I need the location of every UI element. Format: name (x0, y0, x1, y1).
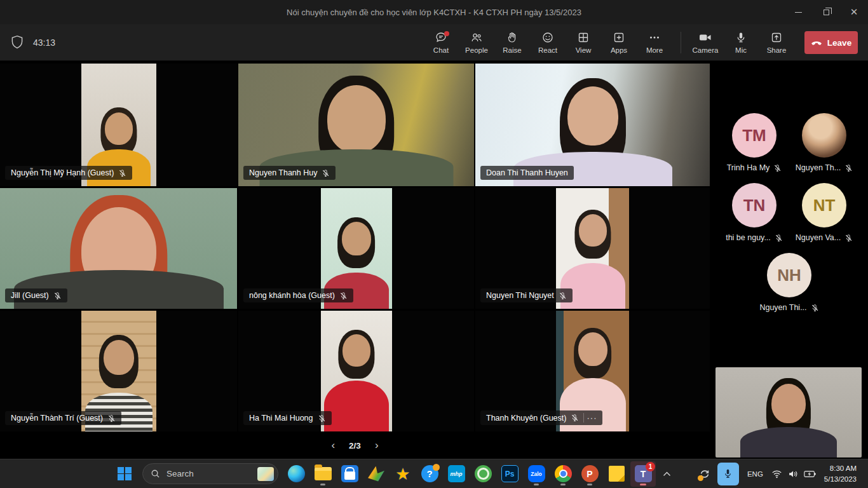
apps-button[interactable]: Apps (601, 24, 637, 61)
rail-participant-nguyen-thi[interactable]: NH Nguyen Thi... (750, 253, 829, 312)
rail-participant-nguyen-th[interactable]: Nguyen Th... (785, 113, 864, 172)
more-button[interactable]: More (637, 24, 672, 61)
language-indicator[interactable]: ENG (742, 470, 768, 478)
previous-page-button[interactable]: ‹ (331, 439, 335, 452)
clock-time: 8:30 AM (824, 463, 857, 474)
toolbar-divider (681, 32, 681, 53)
hp-icon: mhp (448, 465, 465, 482)
avatar-photo (802, 113, 846, 158)
raise-label: Raise (503, 46, 521, 54)
page-indicator: 2/3 (349, 441, 361, 451)
react-icon (541, 31, 554, 44)
taskbar-zalo[interactable]: Zalo (524, 461, 549, 487)
rail-participant-nguyen-va[interactable]: NT Nguyen Va... (785, 183, 864, 242)
participant-name-label: Nguyễn Thị Mỹ Hạnh (Guest) (5, 166, 132, 180)
battery-indicator[interactable] (803, 463, 818, 485)
taskbar-sticky-notes[interactable] (604, 461, 629, 487)
window-title: Nói chuyện chuyên đề cho học viên lớp K4… (287, 8, 581, 17)
react-button[interactable]: React (530, 24, 566, 61)
restore-button[interactable] (812, 0, 840, 24)
volume-indicator[interactable] (786, 463, 801, 485)
mic-off-icon (844, 164, 853, 172)
taskbar-help-app[interactable]: ? (417, 461, 442, 487)
rail-participant-trinh-ha-my[interactable]: TM Trinh Ha My (715, 113, 794, 172)
raise-hand-button[interactable]: Raise (494, 24, 530, 61)
meeting-mic-indicator[interactable] (717, 463, 739, 485)
video-tile-nguyen-thi-nguyet[interactable]: Nguyen Thi Nguyet (475, 188, 710, 309)
participant-name-label: Nguyen Thi Nguyet (480, 288, 573, 302)
people-button[interactable]: People (459, 24, 494, 61)
leave-button[interactable]: Leave (804, 31, 858, 54)
search-input[interactable] (166, 469, 251, 478)
edge-icon (288, 465, 305, 482)
wifi-icon (771, 470, 782, 478)
meeting-info: 43:13 (10, 24, 55, 61)
search-highlight-art[interactable] (257, 467, 274, 481)
taskbar-edge[interactable] (283, 461, 309, 487)
view-button[interactable]: View (566, 24, 601, 61)
mic-off-icon (571, 414, 579, 422)
people-icon (470, 31, 483, 44)
mic-label: Mic (735, 46, 747, 54)
video-tile-nong-khanh-hoa[interactable]: nông khánh hòa (Guest) (238, 188, 474, 309)
tile-more-options-button[interactable]: ··· (583, 413, 597, 423)
file-explorer-icon (315, 467, 332, 480)
meeting-timer: 43:13 (33, 37, 55, 48)
windows-taskbar: ★ ? mhp Ps Zalo P T 1 (0, 459, 868, 488)
share-button[interactable]: Share (759, 24, 794, 61)
people-label: People (465, 46, 488, 54)
sync-status-icon[interactable] (695, 463, 714, 485)
taskbar-star-app[interactable]: ★ (390, 461, 416, 487)
mic-off-icon (322, 169, 330, 177)
mic-icon (723, 468, 733, 479)
taskbar-coccoc[interactable] (470, 461, 496, 487)
raise-hand-icon (506, 31, 519, 44)
video-tile-jill[interactable]: Jill (Guest) (0, 188, 237, 309)
minimize-button[interactable] (784, 0, 812, 24)
sticky-notes-icon (609, 466, 625, 482)
video-tile-nguyen-thi-my-hanh[interactable]: Nguyễn Thị Mỹ Hạnh (Guest) (0, 64, 237, 186)
taskbar-teams[interactable]: T 1 (630, 461, 656, 487)
video-tile-nguyen-thanh-huy[interactable]: Nguyen Thanh Huy (238, 64, 474, 186)
wifi-indicator[interactable] (770, 463, 785, 485)
participant-name-label: Jill (Guest) (5, 288, 67, 302)
video-tile-doan-thi-thanh-huyen[interactable]: Doan Thi Thanh Huyen (475, 64, 710, 186)
chat-button[interactable]: Chat (423, 24, 459, 61)
taskbar-microsoft-store[interactable] (337, 461, 362, 487)
taskbar-hp-app[interactable]: mhp (444, 461, 469, 487)
mic-icon (735, 31, 747, 44)
participants-rail: TM Trinh Ha My Nguyen Th... TN thi be ng… (710, 61, 868, 459)
start-button[interactable] (112, 461, 137, 487)
more-label: More (646, 46, 663, 54)
mic-off-icon (775, 234, 783, 242)
taskbar-overflow-button[interactable] (657, 461, 676, 487)
participant-name: Nguyễn Thành Trí (Guest) (11, 414, 103, 423)
self-view-tile[interactable] (715, 367, 862, 458)
camera-button[interactable]: Camera (688, 24, 723, 61)
taskbar-chrome[interactable] (550, 461, 576, 487)
next-page-button[interactable]: › (375, 439, 379, 452)
video-grid: Nguyễn Thị Mỹ Hạnh (Guest) Nguyen Thanh … (0, 64, 710, 431)
participant-name: thi be nguy... (726, 233, 771, 242)
participant-name: Nguyen Thi... (759, 303, 806, 312)
taskbar-clock[interactable]: 8:30 AM 5/13/2023 (819, 463, 863, 484)
taskbar-search[interactable] (142, 463, 278, 484)
video-tile-ha-thi-mai-huong[interactable]: Ha Thi Mai Huong (238, 311, 474, 431)
leave-label: Leave (827, 38, 851, 48)
taskbar-powerpoint[interactable]: P (577, 461, 602, 487)
video-tile-nguyen-thanh-tri[interactable]: Nguyễn Thành Trí (Guest) (0, 311, 237, 431)
participant-name-label: Thanh Khuyên (Guest) ··· (480, 410, 602, 425)
windows-logo-icon (118, 467, 132, 481)
react-label: React (538, 46, 557, 54)
participant-name: Nguyen Thanh Huy (249, 168, 317, 177)
rail-participant-thi-be-nguy[interactable]: TN thi be nguy... (715, 183, 794, 242)
taskbar-file-explorer[interactable] (310, 461, 336, 487)
close-button[interactable]: ✕ (840, 0, 868, 24)
taskbar-photoshop[interactable]: Ps (497, 461, 522, 487)
video-tile-thanh-khuyen[interactable]: Thanh Khuyên (Guest) ··· (475, 311, 710, 431)
participant-name: Thanh Khuyên (Guest) (486, 414, 566, 423)
mic-button[interactable]: Mic (723, 24, 759, 61)
teams-meeting-window: Nói chuyện chuyên đề cho học viên lớp K4… (0, 0, 868, 488)
system-tray: ENG 8:30 AM (695, 463, 863, 485)
taskbar-photo-app[interactable] (363, 461, 389, 487)
